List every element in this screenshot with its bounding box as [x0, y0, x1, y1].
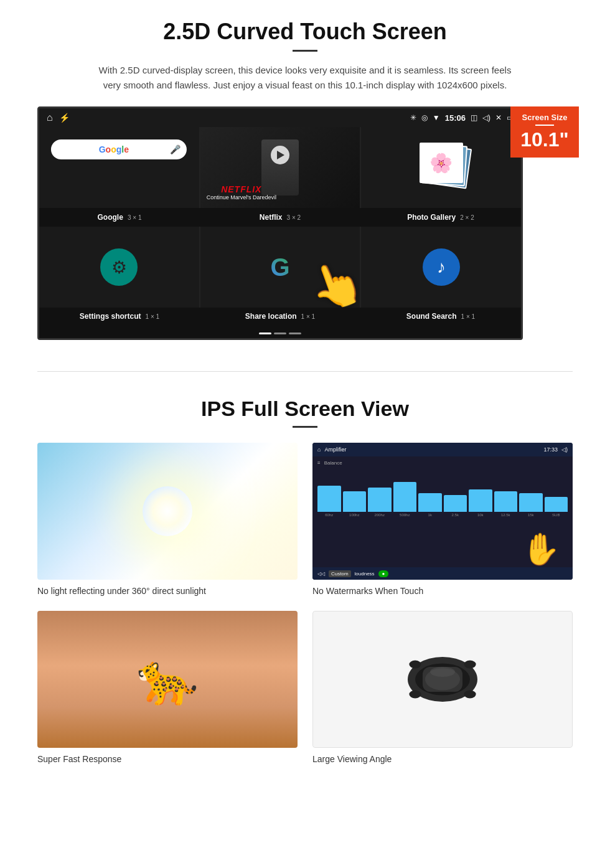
sound-icon-circle: ♪	[423, 248, 460, 286]
music-note-icon: ♪	[437, 257, 446, 277]
bluetooth-icon: ✳	[410, 113, 416, 122]
amp-title: Amplifier	[324, 446, 346, 453]
amp-bar-label: 10k	[477, 513, 484, 517]
photo-stack: 🌸	[416, 143, 466, 192]
photo-cell-inner: 🌸	[361, 127, 521, 208]
scroll-dot-1	[259, 333, 271, 334]
svg-point-6	[409, 691, 421, 699]
google-logo: Google	[57, 144, 170, 154]
cheetah-background: 🐆	[37, 611, 298, 748]
settings-icon-circle: ⚙	[100, 248, 138, 286]
amp-bar-label: 1k	[428, 513, 432, 517]
amp-eq-icon: ≡	[317, 460, 321, 466]
amp-bar	[393, 482, 417, 512]
status-bar: ⌂ ⚡ ✳ ◎ ▼ 15:06 ◫ ◁) ✕ ▭	[39, 108, 521, 127]
app-labels-row1: Google 3 × 1 Netflix 3 × 2 Photo Gallery…	[39, 208, 521, 227]
home-icon: ⌂	[47, 112, 53, 123]
feature-caption-angle: Large Viewing Angle	[312, 754, 573, 764]
title-underline	[293, 50, 317, 52]
label-netflix: Netflix 3 × 2	[200, 211, 360, 224]
label-settings: Settings shortcut 1 × 1	[39, 310, 200, 323]
app-cell-settings[interactable]: ⚙	[39, 227, 199, 308]
app-cell-netflix[interactable]: NETFLIX Continue Marvel's Daredevil	[200, 127, 360, 208]
badge-size: 10.1"	[520, 128, 569, 151]
feature-no-reflection: No light reflecting under 360° direct su…	[37, 443, 298, 596]
app-labels-row2: Settings shortcut 1 × 1 Share location 1…	[39, 308, 521, 326]
section-divider	[37, 371, 573, 372]
netflix-brand: NETFLIX	[207, 184, 276, 194]
label-sound: Sound Search 1 × 1	[360, 310, 521, 323]
play-button[interactable]	[271, 146, 289, 164]
amp-bars: 60hz100hz200hz500hz1k2.5k10k12.5k15kSUB	[312, 469, 573, 519]
netflix-label: NETFLIX Continue Marvel's Daredevil	[207, 184, 276, 200]
photo-app-size: 2 × 2	[460, 214, 474, 221]
netflix-app-name: Netflix	[260, 213, 283, 222]
amp-bar-group: 10k	[469, 489, 492, 517]
app-cell-sound[interactable]: ♪	[361, 227, 521, 308]
car-svg	[393, 648, 492, 710]
amp-bar-group: 1k	[418, 493, 442, 517]
sky-background	[37, 443, 298, 580]
label-share: Share location 1 × 1	[200, 310, 360, 323]
app-cell-photo-gallery[interactable]: 🌸	[361, 127, 521, 208]
google-g-logo: G	[270, 253, 289, 281]
svg-point-4	[409, 661, 421, 669]
amp-bar-group: 15k	[519, 493, 543, 517]
camera-icon: ◫	[471, 113, 477, 122]
amp-preset: Custom	[329, 570, 351, 577]
amp-bar	[343, 491, 367, 512]
amp-toggle[interactable]: ●	[378, 570, 389, 577]
section2-underline	[293, 426, 317, 428]
section1-description: With 2.5D curved-display screen, this de…	[93, 63, 517, 93]
section-ips-full-screen: IPS Full Screen View No light reflecting…	[0, 390, 610, 783]
settings-cell-inner: ⚙	[39, 227, 199, 308]
feature-caption-reflection: No light reflecting under 360° direct su…	[37, 586, 298, 596]
amp-bar-label: 100hz	[349, 513, 359, 517]
label-photo-gallery: Photo Gallery 2 × 2	[360, 211, 521, 224]
photo-card-front: 🌸	[420, 143, 463, 183]
scroll-indicator	[39, 326, 521, 338]
amp-bar	[317, 486, 341, 512]
amp-bar-group: 500hz	[393, 482, 417, 517]
share-app-name: Share location	[245, 312, 297, 321]
section-curved-touch: 2.5D Curved Touch Screen With 2.5D curve…	[0, 0, 610, 352]
label-google: Google 3 × 1	[39, 211, 200, 224]
app-grid-row1: Google 🎤	[39, 127, 521, 208]
amplifier-screen: ⌂ Amplifier 17:33 ◁) ≡ Balance 60hz100hz…	[312, 443, 573, 580]
amp-bar	[418, 493, 442, 512]
amp-bar-group: 100hz	[343, 491, 367, 517]
feature-caption-watermarks: No Watermarks When Touch	[312, 586, 573, 596]
share-app-size: 1 × 1	[301, 313, 316, 320]
amp-bar-label: 15k	[528, 513, 534, 517]
feature-fast-response: 🐆 Super Fast Response	[37, 611, 298, 764]
sound-app-name: Sound Search	[406, 312, 457, 321]
settings-app-size: 1 × 1	[146, 313, 160, 320]
mic-icon: 🎤	[170, 144, 181, 154]
scroll-dot-2	[274, 333, 286, 334]
app-cell-google[interactable]: Google 🎤	[39, 127, 199, 208]
amp-bar	[469, 489, 492, 512]
amp-bar-label: 500hz	[400, 513, 410, 517]
amp-bar-label: 200hz	[375, 513, 385, 517]
badge-label: Screen Size	[520, 113, 569, 122]
amp-bar-group: 60hz	[317, 486, 341, 517]
amp-bar	[444, 495, 467, 512]
amp-balance-label: Balance	[324, 460, 342, 466]
sun-glow	[143, 486, 192, 536]
amp-bar-group: SUB	[545, 497, 568, 517]
amp-bar-group: 200hz	[368, 488, 392, 517]
amp-footer: ◁◁ Custom loudness ●	[312, 567, 573, 580]
usb-icon: ⚡	[59, 113, 70, 123]
feature-grid: No light reflecting under 360° direct su…	[37, 443, 573, 764]
location-icon: ◎	[421, 113, 428, 122]
google-app-size: 3 × 1	[128, 214, 142, 221]
app-cell-share[interactable]: G 👆	[200, 227, 360, 308]
volume-icon: ◁)	[482, 113, 490, 122]
feature-no-watermarks: ⌂ Amplifier 17:33 ◁) ≡ Balance 60hz100hz…	[312, 443, 573, 596]
google-search-bar[interactable]: Google 🎤	[51, 139, 187, 159]
section2-title: IPS Full Screen View	[37, 397, 573, 421]
feature-img-cheetah: 🐆	[37, 611, 298, 748]
screen-size-badge: Screen Size 10.1"	[510, 106, 579, 158]
amp-bar	[545, 497, 568, 512]
amp-loudness: loudness	[355, 571, 375, 577]
